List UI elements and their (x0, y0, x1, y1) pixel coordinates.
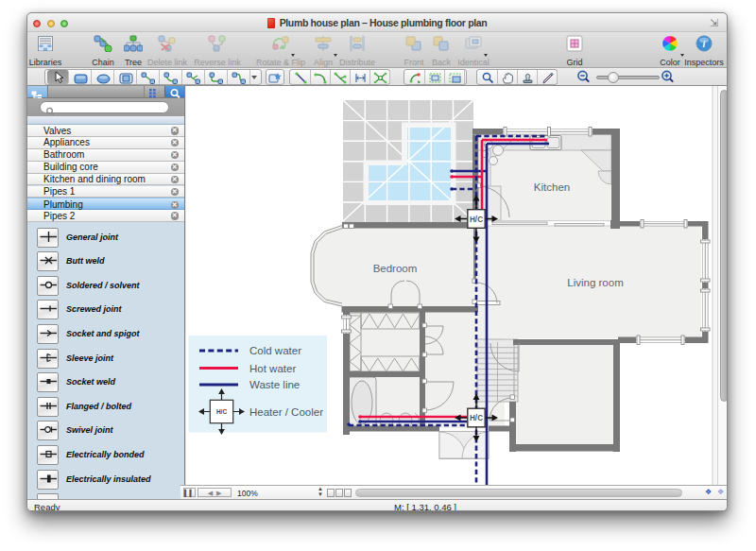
svg-text:H/C: H/C (216, 408, 228, 415)
svg-text:Heater / Cooler: Heater / Cooler (249, 406, 323, 418)
svg-text:Cold water: Cold water (249, 345, 301, 356)
svg-text:Living room: Living room (567, 277, 623, 288)
svg-text:Bedroom: Bedroom (373, 263, 418, 274)
svg-text:i: i (703, 39, 706, 49)
svg-text:H/C: H/C (470, 215, 483, 224)
svg-text:Kitchen: Kitchen (534, 181, 570, 193)
svg-text:Waste line: Waste line (249, 379, 300, 390)
svg-text:Hot water: Hot water (249, 363, 296, 374)
svg-text:H/C: H/C (470, 414, 483, 422)
